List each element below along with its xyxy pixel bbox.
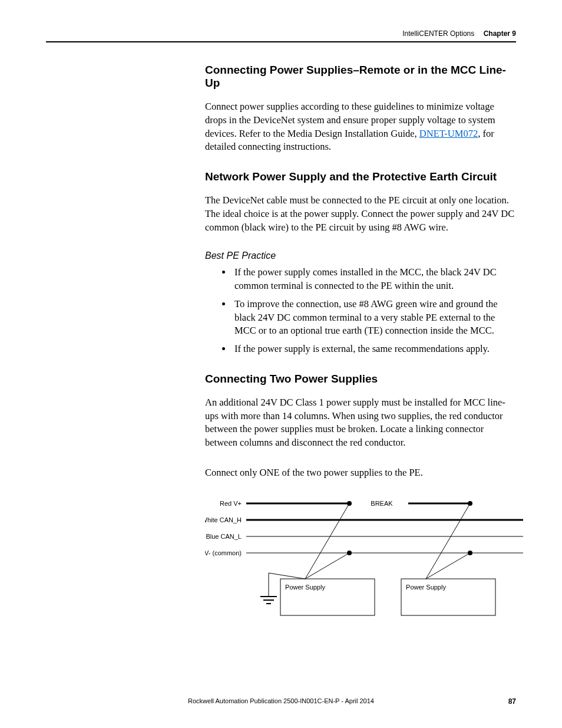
heading-connecting-ps: Connecting Power Supplies–Remote or in t…	[205, 64, 516, 90]
main-content: Connecting Power Supplies–Remote or in t…	[205, 64, 516, 480]
header-section: IntelliCENTER Options	[402, 29, 474, 38]
subheading-best-pe: Best PE Practice	[205, 251, 516, 261]
label-black-v-minus: Black V- (common)	[205, 549, 242, 556]
bullet-list: If the power supply comes installed in t…	[205, 266, 516, 356]
page-header: IntelliCENTER Options Chapter 9	[46, 29, 516, 42]
label-break: BREAK	[371, 500, 393, 507]
paragraph: The DeviceNet cable must be connected to…	[205, 194, 516, 234]
list-item: To improve the connection, use #8 AWG gr…	[232, 298, 516, 338]
header-chapter: Chapter 9	[484, 29, 516, 38]
heading-two-ps: Connecting Two Power Supplies	[205, 373, 516, 386]
label-power-supply-1: Power Supply	[285, 584, 325, 591]
link-dnet-um072[interactable]: DNET-UM072	[419, 128, 478, 139]
paragraph: An additional 24V DC Class 1 power suppl…	[205, 396, 516, 450]
label-blue-can-l: Blue CAN_L	[206, 533, 242, 540]
svg-line-12	[426, 553, 470, 579]
label-white-can-h: White CAN_H	[205, 516, 242, 523]
paragraph: Connect only ONE of the two power suppli…	[205, 466, 516, 480]
svg-line-9	[305, 503, 349, 579]
wiring-diagram: Red V+ White CAN_H Blue CAN_L Black V- (…	[205, 496, 516, 634]
list-item: If the power supply comes installed in t…	[232, 266, 516, 293]
svg-line-11	[426, 503, 470, 579]
label-red-v-plus: Red V+	[220, 500, 242, 507]
label-power-supply-2: Power Supply	[406, 584, 446, 591]
svg-line-13	[269, 573, 305, 579]
heading-network-ps-pe: Network Power Supply and the Protective …	[205, 170, 516, 183]
footer-page-number: 87	[508, 697, 516, 706]
paragraph: Connect power supplies according to thes…	[205, 100, 516, 154]
page-footer: Rockwell Automation Publication 2500-IN0…	[46, 697, 516, 704]
footer-publication: Rockwell Automation Publication 2500-IN0…	[188, 697, 374, 704]
svg-line-10	[305, 553, 349, 579]
list-item: If the power supply is external, the sam…	[232, 342, 516, 356]
